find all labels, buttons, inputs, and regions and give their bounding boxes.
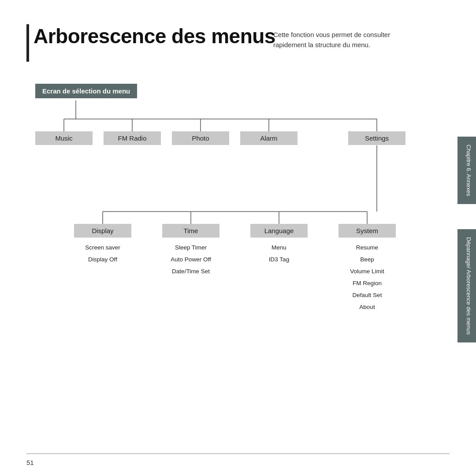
node-system: System bbox=[338, 224, 396, 238]
page-title: Arborescence des menus bbox=[33, 24, 275, 48]
bottom-divider bbox=[26, 454, 450, 454]
page-subtitle: Cette fonction vous permet de consulter … bbox=[273, 30, 390, 50]
sub-language: Menu ID3 Tag bbox=[250, 242, 308, 265]
node-display: Display bbox=[74, 224, 131, 238]
sub-time: Sleep Timer Auto Power Off Date/Time Set bbox=[162, 242, 219, 277]
node-music: Music bbox=[35, 131, 93, 145]
node-settings: Settings bbox=[348, 131, 405, 145]
node-language: Language bbox=[250, 224, 308, 238]
tree-svg bbox=[26, 84, 423, 392]
subtitle-line2: rapidement la structure du menu. bbox=[273, 40, 390, 50]
page-number: 51 bbox=[26, 459, 34, 466]
node-photo: Photo bbox=[172, 131, 229, 145]
side-tab-bottom-label: Dépannage/ Arborescence des menus bbox=[465, 237, 472, 335]
node-alarm: Alarm bbox=[240, 131, 298, 145]
accent-bar bbox=[26, 24, 29, 62]
side-tab-bottom: Dépannage/ Arborescence des menus bbox=[457, 229, 476, 342]
side-tab-top-label: Chapitre 6. Annexes bbox=[465, 145, 472, 196]
subtitle-line1: Cette fonction vous permet de consulter bbox=[273, 30, 390, 40]
node-fmradio: FM Radio bbox=[104, 131, 161, 145]
sub-system: Resume Beep Volume Limit FM Region Defau… bbox=[338, 242, 396, 313]
sub-display: Screen saver Display Off bbox=[74, 242, 131, 265]
side-tab-top: Chapitre 6. Annexes bbox=[457, 137, 476, 204]
node-time: Time bbox=[162, 224, 219, 238]
